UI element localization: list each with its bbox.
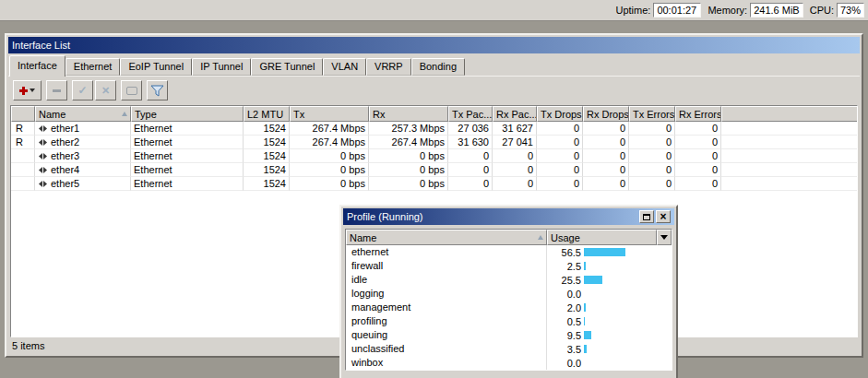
usage-value: 2.5 (550, 260, 581, 273)
toolbar: ✓ ✕ (13, 79, 168, 101)
column-header-name[interactable]: Name (346, 230, 547, 245)
disable-button[interactable]: ✕ (95, 80, 116, 100)
column-header-rx-packet[interactable]: Rx Pac... (493, 106, 537, 122)
cell-flags (11, 163, 35, 177)
column-header-tx-errors[interactable]: Tx Errors (629, 106, 675, 122)
cell-rx-packet: 0 (493, 149, 537, 163)
cell-type: Ethernet (131, 149, 244, 163)
table-row[interactable]: ether4 Ethernet 1524 0 bps 0 bps 0 0 0 0… (11, 163, 857, 177)
profile-row[interactable]: firewall 2.5 (346, 259, 672, 273)
cell-name: ether2 (35, 136, 131, 149)
uptime-value: 00:01:27 (653, 3, 701, 18)
cell-tx-drops: 0 (537, 177, 583, 191)
profile-row[interactable]: profiling 0.5 (346, 314, 672, 328)
usage-value: 56.5 (550, 246, 581, 259)
column-header-name[interactable]: Name (35, 106, 131, 122)
profile-name: management (346, 301, 547, 314)
usage-bar (584, 276, 602, 284)
cell-tx-errors: 0 (629, 163, 675, 177)
table-row[interactable]: R ether1 Ethernet 1524 267.4 Mbps 257.3 … (11, 122, 857, 136)
enable-button[interactable]: ✓ (72, 80, 93, 100)
tab-bar: Interface Ethernet EoIP Tunnel IP Tunnel… (9, 55, 465, 76)
table-row[interactable]: R ether2 Ethernet 1524 267.4 Mbps 267.4 … (11, 136, 857, 149)
interface-name: ether5 (51, 177, 79, 190)
tab-ethernet[interactable]: Ethernet (65, 58, 121, 76)
profile-row[interactable]: queuing 9.5 (346, 328, 672, 342)
usage-value: 0.5 (550, 315, 581, 328)
cell-rx-drops: 0 (583, 136, 629, 149)
profile-table-header: Name Usage (346, 230, 672, 245)
profile-titlebar[interactable]: Profile (Running) × (343, 208, 674, 225)
check-icon: ✓ (77, 85, 87, 96)
minus-icon (53, 89, 61, 92)
cell-tx: 267.4 Mbps (290, 122, 369, 136)
column-header-filler (721, 106, 857, 122)
column-select-button[interactable] (657, 230, 672, 245)
tab-gre-tunnel[interactable]: GRE Tunnel (251, 58, 323, 76)
sort-asc-icon (122, 112, 127, 116)
comment-button[interactable] (121, 80, 142, 100)
column-header-rx[interactable]: Rx (369, 106, 448, 122)
cell-rx: 257.3 Mbps (369, 122, 448, 136)
table-row[interactable]: ether3 Ethernet 1524 0 bps 0 bps 0 0 0 0… (11, 149, 857, 163)
cell-rx-drops: 0 (583, 122, 629, 136)
profile-row[interactable]: ethernet 56.5 (346, 245, 672, 259)
table-row[interactable]: ether5 Ethernet 1524 0 bps 0 bps 0 0 0 0… (11, 177, 857, 191)
winbox-workspace: Uptime: 00:01:27 Memory: 241.6 MiB CPU: … (0, 0, 868, 378)
tab-ip-tunnel[interactable]: IP Tunnel (192, 58, 251, 76)
profile-usage: 9.5 (547, 328, 672, 342)
cell-tx-drops: 0 (537, 136, 583, 149)
column-header-tx-drops[interactable]: Tx Drops (537, 106, 583, 122)
column-header-tx[interactable]: Tx (290, 106, 369, 122)
chevron-down-icon (660, 235, 668, 240)
usage-bar (584, 331, 591, 339)
filter-button[interactable] (147, 80, 168, 100)
profile-name: unclassified (346, 342, 547, 356)
tab-vlan[interactable]: VLAN (323, 58, 366, 76)
column-label: Rx Pac... (496, 109, 537, 120)
uptime-label: Uptime: (615, 5, 650, 16)
profile-row[interactable]: idle 25.5 (346, 273, 672, 287)
maximize-icon (643, 214, 650, 220)
cell-name: ether4 (35, 163, 131, 177)
column-header-rx-errors[interactable]: Rx Errors (675, 106, 721, 122)
cell-type: Ethernet (131, 163, 244, 177)
tab-bonding[interactable]: Bonding (411, 58, 465, 76)
plus-icon (19, 87, 28, 95)
column-header-rx-drops[interactable]: Rx Drops (583, 106, 629, 122)
profile-row[interactable]: winbox 0.0 (346, 356, 672, 370)
interface-name: ether1 (51, 122, 79, 135)
profile-row[interactable]: unclassified 3.5 (346, 342, 672, 356)
close-button[interactable]: × (656, 210, 671, 223)
interface-list-titlebar[interactable]: Interface List (8, 37, 860, 53)
profile-usage: 2.0 (547, 301, 672, 314)
column-header-tx-packet[interactable]: Tx Pac... (448, 106, 493, 122)
usage-value: 3.5 (550, 343, 581, 356)
chevron-down-icon (30, 89, 35, 92)
cell-type: Ethernet (131, 136, 244, 149)
column-header-type[interactable]: Type (131, 106, 244, 122)
maximize-button[interactable] (639, 210, 654, 223)
column-label: Tx Errors (633, 109, 674, 120)
table-header: Name Type L2 MTU Tx Rx Tx Pac... Rx Pac.… (11, 106, 857, 122)
profile-name: queuing (346, 328, 547, 342)
profile-row[interactable]: logging 0.0 (346, 287, 672, 301)
cell-l2mtu: 1524 (244, 163, 290, 177)
profile-row[interactable]: management 2.0 (346, 301, 672, 314)
cell-tx: 267.4 Mbps (290, 136, 369, 149)
usage-value: 25.5 (550, 274, 581, 287)
tab-eoip-tunnel[interactable]: EoIP Tunnel (120, 58, 192, 76)
tab-vrrp[interactable]: VRRP (366, 58, 411, 76)
cell-flags: R (11, 122, 35, 136)
tab-interface[interactable]: Interface (9, 55, 65, 77)
cell-rx: 0 bps (369, 177, 448, 191)
status-topbar: Uptime: 00:01:27 Memory: 241.6 MiB CPU: … (0, 0, 868, 21)
cell-tx-packet: 31 630 (448, 136, 493, 149)
column-header-l2mtu[interactable]: L2 MTU (244, 106, 290, 122)
add-button[interactable] (13, 80, 42, 100)
cell-tx-errors: 0 (629, 149, 675, 163)
remove-button[interactable] (46, 80, 67, 100)
column-header-flags[interactable] (11, 106, 35, 122)
column-header-usage[interactable]: Usage (547, 230, 657, 245)
interface-icon (38, 138, 48, 147)
